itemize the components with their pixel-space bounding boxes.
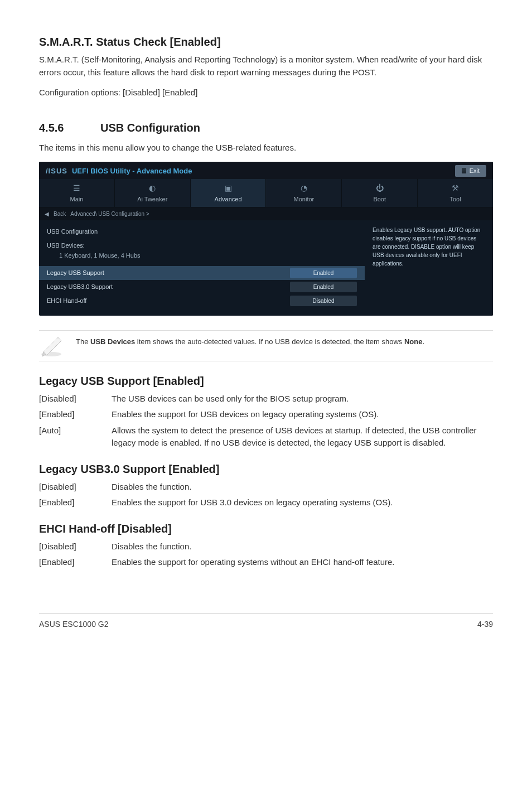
note-bold2: None bbox=[404, 337, 423, 346]
legacy-usb30-label: Legacy USB3.0 Support bbox=[47, 282, 113, 292]
tab-boot[interactable]: ⏻Boot bbox=[342, 179, 418, 207]
usb-config-heading: 4.5.6USB Configuration bbox=[39, 119, 493, 136]
option-term: [Disabled] bbox=[39, 393, 112, 405]
legacy-usb30-row[interactable]: Legacy USB3.0 Support Enabled bbox=[47, 280, 357, 294]
usb-config-group: USB Configuration bbox=[47, 226, 357, 238]
bios-header: /ISUS UEFI BIOS Utility - Advanced Mode … bbox=[39, 162, 493, 179]
option-def: Enables the support for USB devices on l… bbox=[112, 408, 493, 421]
power-icon: ⏻ bbox=[342, 183, 417, 192]
footer-right: 4-39 bbox=[477, 619, 493, 630]
note-suffix: . bbox=[422, 337, 424, 346]
legacy-usb30-list: [Disabled] Disables the function. [Enabl… bbox=[39, 481, 493, 509]
exit-label: Exit bbox=[470, 166, 480, 176]
list-item: [Disabled] Disables the function. bbox=[39, 481, 493, 494]
asus-logo: /ISUS bbox=[46, 166, 67, 177]
bios-body: USB Configuration USB Devices: 1 Keyboar… bbox=[39, 220, 493, 316]
tab-tool[interactable]: ⚒Tool bbox=[418, 179, 493, 207]
chip-icon: ▣ bbox=[191, 183, 266, 192]
legacy-usb30-heading: Legacy USB3.0 Support [Enabled] bbox=[39, 461, 493, 477]
note-box: The USB Devices item shows the auto-dete… bbox=[39, 330, 493, 361]
tab-main[interactable]: ☰Main bbox=[39, 179, 115, 207]
list-item: [Disabled] The USB devices can be used o… bbox=[39, 393, 493, 405]
ehci-list: [Disabled] Disables the function. [Enabl… bbox=[39, 540, 493, 569]
legacy-usb-value[interactable]: Enabled bbox=[290, 268, 357, 278]
option-term: [Disabled] bbox=[39, 481, 112, 494]
ehci-row[interactable]: EHCI Hand-off Disabled bbox=[47, 294, 357, 308]
tab-main-label: Main bbox=[70, 196, 83, 202]
page-footer: ASUS ESC1000 G2 4-39 bbox=[39, 613, 493, 630]
section-title: USB Configuration bbox=[100, 122, 200, 134]
breadcrumb-path: Advanced\ USB Configuration > bbox=[70, 210, 149, 218]
section-number: 4.5.6 bbox=[39, 119, 100, 136]
legacy-usb30-value[interactable]: Enabled bbox=[290, 282, 357, 292]
bios-title-text: UEFI BIOS Utility - Advanced Mode bbox=[72, 166, 192, 177]
list-item: [Disabled] Disables the function. bbox=[39, 540, 493, 553]
option-term: [Disabled] bbox=[39, 540, 112, 553]
ehci-label: EHCI Hand-off bbox=[47, 296, 86, 306]
usb-devices-label: USB Devices: bbox=[47, 240, 357, 252]
list-item: [Enabled] Enables the support for USB 3.… bbox=[39, 496, 493, 509]
option-def: The USB devices can be used only for the… bbox=[112, 393, 493, 405]
tab-advanced[interactable]: ▣Advanced bbox=[191, 179, 267, 207]
monitor-icon: ◔ bbox=[266, 183, 341, 192]
option-term: [Enabled] bbox=[39, 408, 112, 421]
ehci-value[interactable]: Disabled bbox=[290, 296, 357, 306]
smart-heading: S.M.A.R.T. Status Check [Enabled] bbox=[39, 33, 493, 50]
tool-icon: ⚒ bbox=[418, 183, 493, 192]
list-item: [Auto] Allows the system to detect the p… bbox=[39, 424, 493, 450]
bios-help-text: Enables Legacy USB support. AUTO option … bbox=[373, 226, 485, 268]
list-icon: ☰ bbox=[39, 183, 114, 192]
option-def: Enables the support for operating system… bbox=[112, 556, 493, 569]
tab-monitor[interactable]: ◔Monitor bbox=[266, 179, 342, 207]
footer-left: ASUS ESC1000 G2 bbox=[39, 619, 109, 630]
smart-config: Configuration options: [Disabled] [Enabl… bbox=[39, 86, 493, 99]
note-text: The USB Devices item shows the auto-dete… bbox=[76, 333, 424, 351]
bios-help-pane: Enables Legacy USB support. AUTO option … bbox=[365, 220, 493, 316]
note-bold: USB Devices bbox=[90, 337, 135, 346]
tab-boot-label: Boot bbox=[373, 196, 386, 202]
option-term: [Enabled] bbox=[39, 496, 112, 509]
smart-para: S.M.A.R.T. (Self-Monitoring, Analysis an… bbox=[39, 54, 493, 79]
bios-breadcrumb: ◀ Back Advanced\ USB Configuration > bbox=[39, 207, 493, 220]
legacy-usb-row[interactable]: Legacy USB Support Enabled bbox=[39, 266, 365, 280]
gauge-icon: ◐ bbox=[115, 183, 190, 192]
tab-advanced-label: Advanced bbox=[215, 196, 242, 202]
option-term: [Auto] bbox=[39, 424, 112, 450]
list-item: [Enabled] Enables the support for operat… bbox=[39, 556, 493, 569]
option-def: Disables the function. bbox=[112, 540, 493, 553]
tab-tool-label: Tool bbox=[449, 196, 461, 202]
bios-title: /ISUS UEFI BIOS Utility - Advanced Mode bbox=[46, 166, 192, 177]
exit-button[interactable]: Exit bbox=[455, 165, 486, 177]
tab-ai-label: Ai Tweaker bbox=[137, 196, 167, 202]
breadcrumb-back[interactable]: Back bbox=[54, 210, 66, 218]
list-item: [Enabled] Enables the support for USB de… bbox=[39, 408, 493, 421]
bios-panel: /ISUS UEFI BIOS Utility - Advanced Mode … bbox=[39, 162, 493, 316]
pencil-note-icon bbox=[39, 333, 66, 357]
legacy-usb-list: [Disabled] The USB devices can be used o… bbox=[39, 393, 493, 450]
note-prefix: The bbox=[76, 337, 90, 346]
back-arrow-icon[interactable]: ◀ bbox=[45, 210, 49, 218]
legacy-usb-heading: Legacy USB Support [Enabled] bbox=[39, 373, 493, 389]
bios-tabs: ☰Main ◐Ai Tweaker ▣Advanced ◔Monitor ⏻Bo… bbox=[39, 179, 493, 208]
usb-config-intro: The items in this menu allow you to chan… bbox=[39, 142, 493, 154]
tab-ai-tweaker[interactable]: ◐Ai Tweaker bbox=[115, 179, 191, 207]
option-def: Disables the function. bbox=[112, 481, 493, 494]
note-mid: item shows the auto-detected values. If … bbox=[135, 337, 404, 346]
bios-left-pane: USB Configuration USB Devices: 1 Keyboar… bbox=[39, 220, 365, 316]
option-def: Enables the support for USB 3.0 devices … bbox=[112, 496, 493, 509]
option-term: [Enabled] bbox=[39, 556, 112, 569]
option-def: Allows the system to detect the presence… bbox=[112, 424, 493, 450]
tab-monitor-label: Monitor bbox=[294, 196, 315, 202]
usb-devices-value: 1 Keyboard, 1 Mouse, 4 Hubs bbox=[47, 251, 357, 263]
ehci-heading: EHCI Hand-off [Disabled] bbox=[39, 520, 493, 537]
legacy-usb-label: Legacy USB Support bbox=[47, 268, 104, 278]
